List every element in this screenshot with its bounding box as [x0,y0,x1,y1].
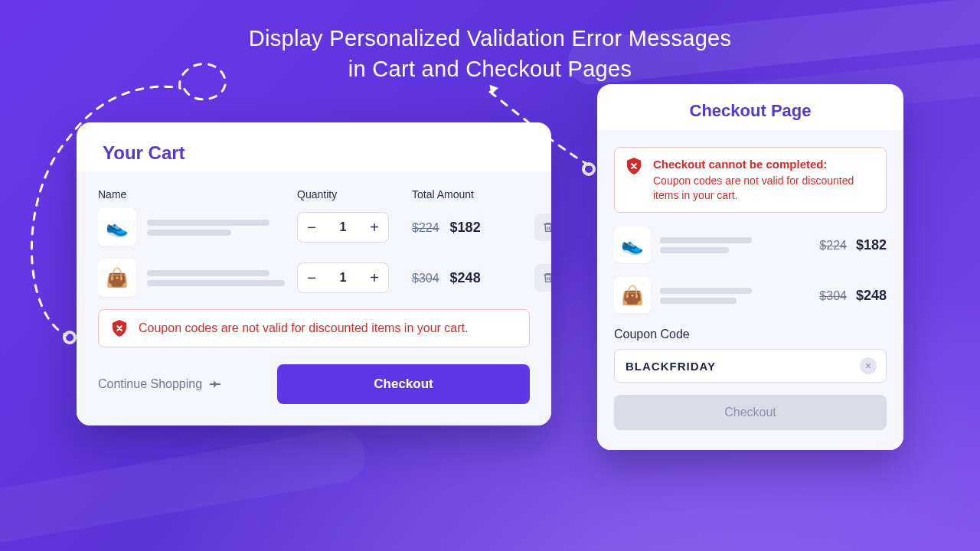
clear-coupon-button[interactable]: × [860,357,877,374]
price: $224 $182 [412,220,534,236]
coupon-field[interactable]: × [614,349,887,383]
cart-title: Your Cart [103,142,525,164]
cart-column-headers: Name Quantity Total Amount [98,188,530,201]
price-new: $248 [856,288,887,304]
price: $224 $182 [819,237,887,253]
product-thumb: 👜 [614,277,651,314]
close-icon: × [865,360,871,372]
qty-increase-button[interactable]: + [361,263,388,292]
qty-decrease-button[interactable]: − [298,263,325,292]
shield-error-icon [111,319,128,337]
coupon-label: Coupon Code [614,328,887,341]
checkout-error-alert: Checkout cannot be completed: Coupon cod… [614,147,887,213]
price-old: $224 [412,221,439,235]
cart-card: Your Cart Name Quantity Total Amount 👟 −… [77,122,551,425]
trash-icon [542,221,551,233]
checkout-row: 👜 $304 $248 [614,277,887,314]
remove-item-button[interactable] [534,264,551,292]
cart-row: 👜 − 1 + $304 $248 [98,259,530,297]
quantity-stepper[interactable]: − 1 + [297,212,389,243]
coupon-input[interactable] [624,359,860,373]
remove-item-button[interactable] [534,214,551,241]
product-thumb: 👜 [98,259,136,297]
product-name-placeholder [147,266,297,290]
col-name: Name [98,188,297,201]
trash-icon [542,272,551,284]
col-qty: Quantity [297,188,412,201]
product-thumb: 👟 [614,227,651,263]
checkout-card: Checkout Page Checkout cannot be complet… [597,84,903,450]
checkout-header: Checkout Page [597,84,903,130]
quantity-stepper[interactable]: − 1 + [297,262,389,293]
qty-decrease-button[interactable]: − [298,213,325,242]
checkout-error-body: Coupon codes are not valid for discounte… [653,174,854,201]
continue-shopping-label: Continue Shopping [98,377,202,391]
price: $304 $248 [819,288,887,304]
checkout-error-title: Checkout cannot be completed: [653,157,875,172]
price-old: $304 [819,289,847,303]
qty-value: 1 [325,271,361,285]
col-total: Total Amount [412,188,534,201]
continue-shopping-link[interactable]: Continue Shopping [98,377,220,391]
product-name-placeholder [660,233,812,257]
arrow-right-icon [210,383,220,385]
cart-error-alert: Coupon codes are not valid for discounte… [98,309,530,347]
connector-dot [582,162,596,176]
connector-dot [63,331,77,344]
cart-header: Your Cart [77,122,551,171]
qty-increase-button[interactable]: + [361,213,388,242]
price-new: $182 [450,220,481,236]
qty-value: 1 [325,220,361,234]
product-thumb: 👟 [98,208,136,246]
checkout-disabled-button: Checkout [614,395,887,430]
page-title: Display Personalized Validation Error Me… [249,23,732,84]
cart-error-text: Coupon codes are not valid for discounte… [139,321,468,335]
price-new: $182 [856,237,887,253]
price-old: $304 [412,272,439,285]
checkout-title: Checkout Page [620,101,880,121]
brushstroke-decoration [0,425,369,546]
shield-error-icon [626,157,642,175]
price-new: $248 [450,270,481,286]
product-name-placeholder [147,216,297,240]
cart-row: 👟 − 1 + $224 $182 [98,208,530,246]
price-old: $224 [819,239,847,253]
checkout-error-text: Checkout cannot be completed: Coupon cod… [653,157,875,203]
checkout-row: 👟 $224 $182 [614,227,887,263]
product-name-placeholder [660,284,812,308]
checkout-button[interactable]: Checkout [277,364,530,404]
price: $304 $248 [412,270,534,286]
